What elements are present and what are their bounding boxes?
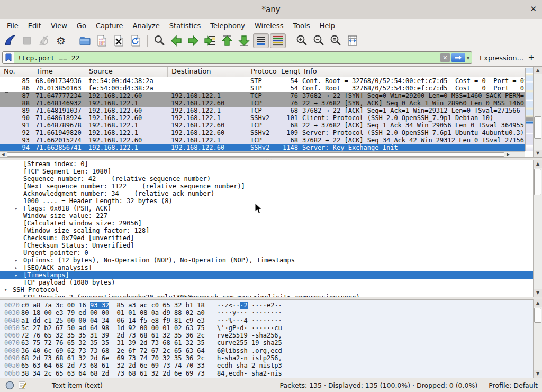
packet-list-minimap[interactable]: [525, 68, 533, 151]
scroll-down-icon[interactable]: ▼: [534, 289, 542, 297]
zoom-in-button[interactable]: [294, 33, 310, 48]
detail-line[interactable]: [Next sequence number: 1122 (relative se…: [0, 183, 542, 190]
clear-filter-button[interactable]: ✕: [440, 53, 450, 62]
menu-wireless[interactable]: Wireless: [250, 20, 288, 31]
expert-info-icon[interactable]: [5, 381, 14, 390]
packet-list-header[interactable]: No. Time Source Destination Protocol Len…: [0, 67, 542, 77]
menu-edit[interactable]: Edit: [23, 20, 46, 31]
details-scroll-thumb[interactable]: [534, 169, 541, 195]
close-icon[interactable]: ✕: [530, 4, 537, 14]
filter-bookmark-button[interactable]: [3, 52, 14, 63]
menu-help[interactable]: Help: [314, 20, 340, 31]
auto-scroll-button[interactable]: [253, 33, 269, 48]
detail-line-ssh-protocol[interactable]: ▾SSH Protocol: [0, 286, 542, 294]
hex-row[interactable]: 003080 18 00 e3 79 ed 00 00 01 01 08 0a …: [0, 309, 542, 316]
capture-comment-icon[interactable]: [18, 380, 26, 390]
resize-columns-button[interactable]: [345, 33, 360, 48]
scroll-up-icon[interactable]: ▲: [534, 299, 542, 307]
previous-packet-button[interactable]: [168, 33, 184, 48]
save-file-button[interactable]: 010101100111: [94, 33, 110, 48]
menu-statistics[interactable]: Statistics: [165, 20, 205, 31]
colorize-button[interactable]: [270, 33, 286, 48]
scroll-left-icon[interactable]: ◀: [0, 152, 6, 157]
hex-row[interactable]: 0020c0 a8 7a 3c 00 16 93 32 85 a3 ac c0 …: [0, 302, 542, 309]
detail-line[interactable]: 1000 .... = Header Length: 32 bytes (8): [0, 197, 542, 205]
detail-line[interactable]: Checksum: 0x79ed [unverified]: [0, 234, 542, 242]
scroll-right-icon[interactable]: ▶: [505, 152, 511, 157]
start-capture-button[interactable]: [2, 33, 18, 48]
packet-row-89[interactable]: 8971.648191037192.168.122.60192.168.122.…: [0, 107, 542, 114]
first-packet-button[interactable]: [219, 33, 235, 48]
hex-scroll-thumb[interactable]: [534, 308, 541, 323]
hex-row[interactable]: 009068 2d 73 68 61 32 2d 6e 69 73 74 70 …: [0, 354, 542, 362]
detail-line[interactable]: Sequence number: 42 (relative sequence n…: [0, 175, 542, 183]
packet-row-93[interactable]: 9371.662015274192.168.122.60192.168.122.…: [0, 136, 542, 144]
hex-row[interactable]: 007063 75 72 76 65 32 35 35 31 39 2d 73 …: [0, 339, 542, 347]
hex-row[interactable]: 00505c 27 b2 67 50 ad 64 98 1d 92 00 00 …: [0, 324, 542, 332]
column-header-destination[interactable]: Destination: [168, 67, 247, 77]
packet-row-87[interactable]: 8771.647777234192.168.122.60192.168.122.…: [0, 92, 542, 99]
menu-capture[interactable]: Capture: [91, 20, 128, 31]
apply-filter-button[interactable]: [451, 53, 465, 62]
menu-file[interactable]: File: [2, 20, 23, 31]
details-scrollbar[interactable]: ▲ ▼: [533, 160, 542, 297]
hex-scrollbar[interactable]: ▲ ▼: [533, 299, 542, 378]
display-filter-field[interactable]: ✕ ▾: [2, 51, 472, 64]
capture-options-button[interactable]: ⚙: [53, 33, 69, 48]
column-header-source[interactable]: Source: [85, 67, 168, 77]
title-bar[interactable]: *any ✕: [0, 0, 542, 19]
hex-row[interactable]: 00b038 34 2c 65 63 64 68 2d 73 68 61 32 …: [0, 370, 542, 377]
find-packet-button[interactable]: [151, 33, 167, 48]
detail-line[interactable]: [Calculated window size: 29056]: [0, 220, 542, 227]
profile-status[interactable]: Profile: Default: [489, 381, 538, 389]
filter-history-dropdown-icon[interactable]: ▾: [467, 55, 469, 61]
hex-row[interactable]: 008036 40 6c 69 62 73 73 68 2e 6f 72 67 …: [0, 347, 542, 354]
menu-view[interactable]: View: [46, 20, 72, 31]
detail-line[interactable]: [TCP Segment Len: 1080]: [0, 168, 542, 175]
detail-line-timestamps-selected[interactable]: ▸[Timestamps]: [0, 271, 542, 279]
detail-line[interactable]: Window size value: 227: [0, 212, 542, 220]
detail-line[interactable]: Urgent pointer: 0: [0, 249, 542, 257]
add-filter-button[interactable]: +: [528, 53, 535, 62]
packet-row-88[interactable]: 8871.648146932192.168.122.1192.168.122.6…: [0, 99, 542, 107]
menu-go[interactable]: Go: [72, 20, 91, 31]
detail-line[interactable]: [Checksum Status: Unverified]: [0, 242, 542, 249]
detail-line[interactable]: Acknowledgment number: 34 (relative ack …: [0, 190, 542, 197]
detail-line[interactable]: TCP payload (1080 bytes): [0, 279, 542, 286]
menu-tools[interactable]: Tools: [288, 20, 314, 31]
scroll-down-icon[interactable]: ▼: [534, 150, 542, 157]
packet-row-92[interactable]: 9271.661949820192.168.122.1192.168.122.6…: [0, 129, 542, 136]
scroll-down-icon[interactable]: ▼: [534, 370, 542, 378]
column-header-protocol[interactable]: Protocol: [247, 67, 277, 77]
packet-row-91[interactable]: 9171.648789678192.168.122.1192.168.122.6…: [0, 122, 542, 129]
column-header-time[interactable]: Time: [32, 67, 85, 77]
next-packet-button[interactable]: [185, 33, 201, 48]
packet-list-scrollbar[interactable]: ▲ ▼: [533, 67, 542, 157]
detail-line-flags[interactable]: ▸Flags: 0x018 (PSH, ACK): [0, 205, 542, 212]
zoom-reset-button[interactable]: [328, 33, 344, 48]
packet-row-86[interactable]: 8670.013850163fe:54:00:d4:38:2aSTP54Conf…: [0, 85, 542, 92]
menu-analyze[interactable]: Analyze: [128, 20, 165, 31]
packet-list-scroll-thumb[interactable]: [534, 116, 541, 139]
reload-file-button[interactable]: [128, 33, 143, 48]
close-file-button[interactable]: [111, 33, 127, 48]
zoom-out-button[interactable]: [311, 33, 327, 48]
detail-line[interactable]: [Stream index: 0]: [0, 160, 542, 168]
hex-row[interactable]: 006072 76 65 32 35 35 31 39 2d 73 68 61 …: [0, 332, 542, 339]
expression-button[interactable]: Expression…: [480, 54, 524, 62]
display-filter-input[interactable]: [14, 54, 440, 62]
column-header-length[interactable]: Length: [277, 67, 300, 77]
detail-line[interactable]: [Window size scaling factor: 128]: [0, 227, 542, 234]
last-packet-button[interactable]: [236, 33, 252, 48]
column-header-info[interactable]: Info: [300, 67, 525, 77]
open-file-button[interactable]: [77, 33, 93, 48]
packet-list-hscroll-thumb[interactable]: [7, 152, 504, 157]
column-header-no[interactable]: No.: [0, 67, 32, 77]
hex-row[interactable]: 00a065 63 64 68 2d 73 68 61 32 2d 6e 69 …: [0, 362, 542, 369]
packet-row-85[interactable]: 8568.001734936fe:54:00:d4:38:2aSTP54Conf…: [0, 77, 542, 85]
packet-row-90[interactable]: 9071.648618924192.168.122.60192.168.122.…: [0, 114, 542, 122]
packet-row-94-selected[interactable]: 9471.663856741192.168.122.1192.168.122.6…: [0, 144, 542, 151]
detail-line-options[interactable]: ▸Options: (12 bytes), No-Operation (NOP)…: [0, 257, 542, 264]
scroll-up-icon[interactable]: ▲: [534, 67, 542, 74]
go-to-packet-button[interactable]: [202, 33, 218, 48]
